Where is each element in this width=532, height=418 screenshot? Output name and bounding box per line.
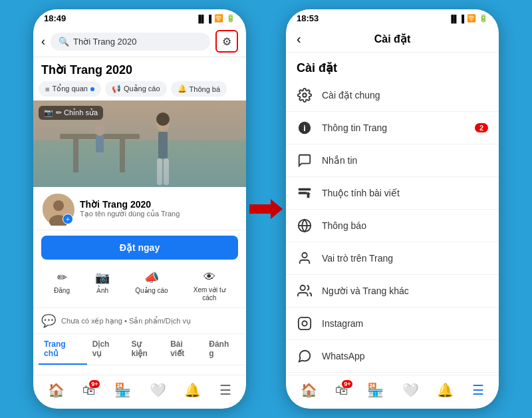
status-text: Chưa có xếp hạng • Sản phẩm/Dịch vụ <box>61 317 191 325</box>
svg-point-16 <box>303 93 307 97</box>
wifi-icon: 🛜 <box>214 14 223 23</box>
menu-item-roles[interactable]: Vai trò trên Trang <box>286 242 499 275</box>
postattrib-label: Thuộc tính bài viết <box>322 188 488 198</box>
bottom-nav-2: 🏠 🛍 9+ 🏪 🤍 🔔 ☰ <box>286 375 499 409</box>
ads-icon: 📢 <box>112 85 121 93</box>
settings-heading: Cài đặt <box>286 53 499 79</box>
search-icon: 🔍 <box>59 37 69 47</box>
avatar-wrap: + <box>41 192 73 224</box>
svg-point-24 <box>302 253 307 258</box>
tab-service[interactable]: Dịch vụ <box>87 334 126 365</box>
cover-photo: 📷 ✏ Chỉnh sửa <box>33 101 246 187</box>
like-nav-icon[interactable]: 🤍 <box>150 382 166 398</box>
postattrib-icon <box>297 185 313 201</box>
menu-item-instagram[interactable]: Instagram <box>286 308 499 340</box>
profile-info: Thời Trang 2020 Tạo tên người dùng của T… <box>80 199 180 218</box>
home-nav-icon-2[interactable]: 🏠 <box>301 382 317 398</box>
menu-nav-icon[interactable]: ☰ <box>219 382 231 398</box>
tab-home[interactable]: Trang chủ <box>39 334 87 365</box>
view-as-action[interactable]: 👁 Xem với tưcách <box>194 270 225 302</box>
battery-icon: 🔋 <box>226 14 235 23</box>
dot-indicator <box>90 87 94 91</box>
avatar-plus-button[interactable]: + <box>63 214 73 224</box>
notif-nav-icon[interactable]: 🔔 <box>184 382 201 398</box>
like-nav-icon-2[interactable]: 🤍 <box>402 382 419 398</box>
tab-ads-label: Quảng cáo <box>124 85 160 93</box>
post-action[interactable]: ✏ Đăng <box>54 270 70 302</box>
time-2: 18:53 <box>297 13 319 23</box>
gear-icon: ⚙ <box>222 35 231 48</box>
bottom-nav-1: 🏠 🛍 9+ 🏪 🤍 🔔 ☰ <box>33 375 246 409</box>
tab-overview[interactable]: ≡ Tổng quan <box>39 81 101 97</box>
tab-label: Tổng quan <box>52 85 87 93</box>
menu-item-messages[interactable]: Nhắn tin <box>286 144 499 177</box>
arrow-container <box>246 199 286 219</box>
page-title: Thời Trang 2020 <box>33 57 246 81</box>
header-title: Cài đặt <box>374 33 410 45</box>
people-label: Người và Trang khác <box>322 286 488 296</box>
general-settings-label: Cài đặt chung <box>322 90 488 101</box>
camera-icon: 📷 <box>44 108 53 117</box>
pageinfo-badge: 2 <box>475 123 488 132</box>
settings-header: ‹ Cài đặt <box>286 26 499 53</box>
ads-action-icon: 📣 <box>144 270 159 285</box>
notif-nav-icon-2[interactable]: 🔔 <box>437 382 454 398</box>
menu-item-whatsapp[interactable]: WhatsApp <box>286 340 499 373</box>
roles-icon <box>297 250 313 266</box>
view-icon: 👁 <box>203 270 215 284</box>
menu-item-postattrib[interactable]: Thuộc tính bài viết <box>286 177 499 210</box>
phone-2: 18:53 ▐▌▐ 🛜 🔋 ‹ Cài đặt Cài đặt Cài đặt … <box>286 9 499 409</box>
shop-nav-item-2[interactable]: 🛍 9+ <box>335 383 348 398</box>
chat-icon: 💬 <box>41 314 56 328</box>
whatsapp-icon <box>297 348 313 364</box>
menu-item-pageinfo[interactable]: i Thông tin Trang 2 <box>286 112 499 144</box>
roles-label: Vai trò trên Trang <box>322 253 488 264</box>
home-nav-icon[interactable]: 🏠 <box>48 382 65 398</box>
wifi-icon-2: 🛜 <box>467 14 476 23</box>
back-button-2[interactable]: ‹ <box>297 31 301 47</box>
post-icon: ✏ <box>57 270 67 285</box>
nav-tabs: Trang chủ Dịch vụ Sự kiện Bài viết Đánh … <box>33 334 246 365</box>
menu-nav-icon-2[interactable]: ☰ <box>472 382 484 398</box>
menu-item-notifications[interactable]: Thông báo <box>286 210 499 242</box>
ads-action[interactable]: 📣 Quảng cáo <box>135 270 168 302</box>
whatsapp-label: WhatsApp <box>322 351 488 361</box>
general-settings-icon <box>297 87 313 103</box>
profile-section: + Thời Trang 2020 Tạo tên người dùng của… <box>33 187 246 230</box>
svg-rect-20 <box>299 192 307 194</box>
shop-nav-item[interactable]: 🛍 9+ <box>82 383 96 398</box>
edit-cover-button[interactable]: 📷 ✏ Chỉnh sửa <box>39 106 103 120</box>
photo-label: Ảnh <box>96 287 108 294</box>
store-nav-icon[interactable]: 🏪 <box>114 382 131 398</box>
notifications-label: Thông báo <box>322 220 488 231</box>
pageinfo-label: Thông tin Trang <box>322 122 466 133</box>
profile-sub: Tạo tên người dùng của Trang <box>80 210 180 218</box>
tab-events[interactable]: Sự kiện <box>126 334 165 365</box>
settings-button[interactable]: ⚙ <box>215 30 238 53</box>
post-label: Đăng <box>54 287 70 294</box>
status-row: 💬 Chưa có xếp hạng • Sản phẩm/Dịch vụ <box>33 308 246 334</box>
photo-icon: 📷 <box>95 270 110 285</box>
phone1-content: ‹ 🔍 Thời Trang 2020 ⚙ Thời Trang 2020 ≡ … <box>33 26 246 409</box>
time-1: 18:49 <box>44 13 66 23</box>
overview-icon: ≡ <box>45 85 49 93</box>
status-icons-1: ▐▌▐ 🛜 🔋 <box>196 14 235 23</box>
profile-name: Thời Trang 2020 <box>80 199 180 210</box>
view-label: Xem với tưcách <box>194 286 225 302</box>
menu-item-general[interactable]: Cài đặt chung <box>286 79 499 112</box>
photo-action[interactable]: 📷 Ảnh <box>95 270 110 302</box>
tab-posts[interactable]: Bài viết <box>165 334 203 365</box>
tab-notifications[interactable]: 🔔 Thông bá <box>171 81 227 97</box>
search-bar[interactable]: 🔍 Thời Trang 2020 <box>51 33 210 51</box>
menu-item-people[interactable]: Người và Trang khác <box>286 275 499 308</box>
tab-reviews[interactable]: Đánh g <box>203 334 241 365</box>
phone2-content: ‹ Cài đặt Cài đặt Cài đặt chung i Thông … <box>286 26 499 409</box>
store-nav-icon-2[interactable]: 🏪 <box>367 382 384 398</box>
action-button[interactable]: Đặt ngay <box>41 236 238 260</box>
phone-1: 18:49 ▐▌▐ 🛜 🔋 ‹ 🔍 Thời Trang 2020 ⚙ Thời… <box>33 9 246 409</box>
back-button[interactable]: ‹ <box>41 35 45 49</box>
ads-action-label: Quảng cáo <box>135 287 168 294</box>
tab-ads[interactable]: 📢 Quảng cáo <box>105 81 167 97</box>
shop-badge-2: 9+ <box>342 380 352 388</box>
svg-point-25 <box>301 286 305 290</box>
